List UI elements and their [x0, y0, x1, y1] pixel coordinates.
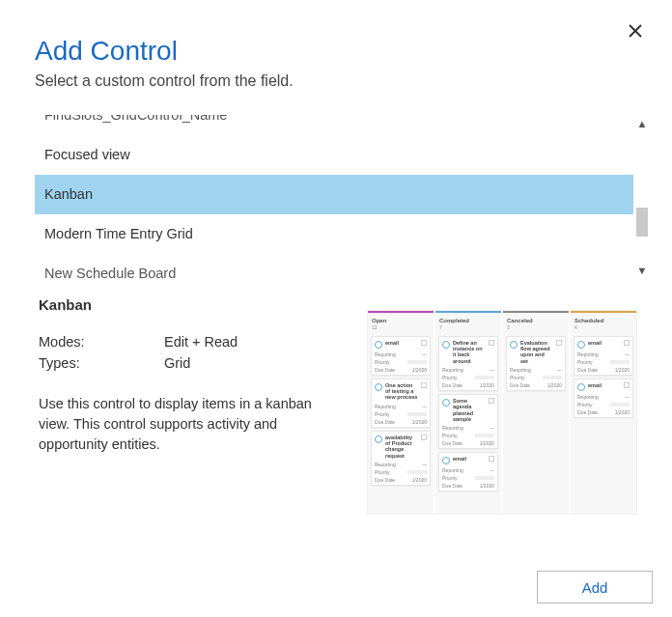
preview-card: Evaluation flow agreed upon and setRepor… [506, 336, 566, 391]
dialog-footer: Add [537, 571, 653, 603]
preview-card: Some agenda planned sampleReporting—Prio… [438, 394, 498, 449]
control-list-item[interactable]: Focused view [35, 135, 633, 175]
close-button[interactable] [624, 19, 647, 42]
preview-card: emailReporting—PriorityDue Date1/2020 [574, 379, 633, 418]
scroll-thumb[interactable] [636, 208, 648, 237]
control-list-container: FindSlots_GridControl_Name Focused view … [35, 115, 651, 279]
control-list-item[interactable]: New Schedule Board [35, 254, 633, 279]
control-list-item-selected[interactable]: Kanban [35, 175, 633, 214]
preview-column: Canceled3Evaluation flow agreed upon and… [503, 311, 569, 514]
dialog-header: Add Control Select a custom control from… [0, 0, 672, 90]
control-list[interactable]: FindSlots_GridControl_Name Focused view … [35, 115, 633, 279]
detail-row-types: Types: Grid [39, 355, 344, 371]
control-list-item[interactable]: Modern Time Entry Grid [35, 214, 633, 254]
add-button[interactable]: Add [537, 571, 653, 603]
details-description: Use this control to display items in a k… [39, 394, 338, 455]
preview-column-header: Scheduled4 [574, 316, 633, 333]
add-control-dialog: Add Control Select a custom control from… [0, 0, 672, 617]
preview-card: emailReporting—PriorityDue Date1/2020 [438, 452, 498, 491]
preview-card: Define an instance on it back aroundRepo… [438, 336, 498, 391]
detail-row-modes: Modes: Edit + Read [39, 334, 344, 350]
scroll-up-arrow[interactable]: ▲ [633, 115, 651, 132]
preview-column: Completed7Define an instance on it back … [435, 311, 501, 514]
scroll-track[interactable] [635, 132, 649, 262]
preview-card: One action of testing a new processRepor… [371, 379, 431, 428]
preview-column-header: Open12 [371, 316, 431, 333]
preview-column-header: Canceled3 [506, 316, 566, 333]
detail-value: Edit + Read [164, 334, 344, 350]
detail-label: Modes: [39, 334, 164, 350]
control-preview: Open12emailReporting—PriorityDue Date1/2… [367, 310, 637, 515]
preview-column: Open12emailReporting—PriorityDue Date1/2… [368, 311, 434, 514]
list-scrollbar[interactable]: ▲ ▼ [633, 115, 651, 279]
detail-value: Grid [164, 355, 344, 371]
scroll-down-arrow[interactable]: ▼ [633, 262, 651, 279]
control-list-item[interactable]: FindSlots_GridControl_Name [35, 115, 633, 135]
close-icon [628, 23, 643, 39]
preview-card: availability of Product change requestRe… [371, 431, 431, 486]
details-title: Kanban [39, 296, 344, 313]
preview-card: emailReporting—PriorityDue Date1/2020 [574, 336, 633, 376]
preview-column: Scheduled4emailReporting—PriorityDue Dat… [571, 311, 636, 514]
control-details: Kanban Modes: Edit + Read Types: Grid Us… [0, 279, 672, 515]
detail-label: Types: [39, 355, 164, 371]
dialog-subtitle: Select a custom control from the field. [35, 72, 637, 90]
dialog-title: Add Control [35, 37, 637, 67]
preview-card: emailReporting—PriorityDue Date1/2020 [371, 336, 431, 376]
preview-column-header: Completed7 [438, 316, 498, 333]
